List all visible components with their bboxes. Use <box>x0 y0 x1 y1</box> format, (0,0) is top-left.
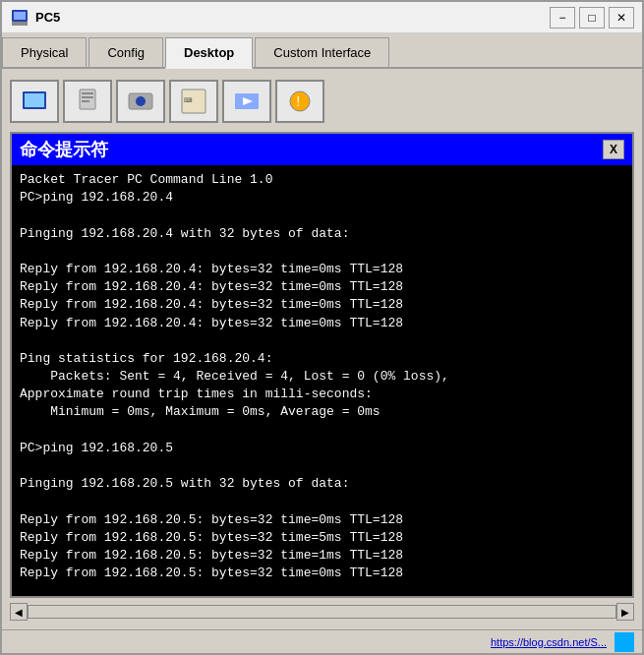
toolbar-icon-3[interactable] <box>116 80 165 123</box>
toolbar-icon-6[interactable]: ! <box>275 80 324 123</box>
terminal-window: 命令提示符 X Packet Tracer PC Command Line 1.… <box>10 132 634 598</box>
toolbar-icon-2[interactable] <box>63 80 112 123</box>
status-url[interactable]: https://blog.csdn.net/S... <box>491 636 607 648</box>
terminal-close-button[interactable]: X <box>603 140 624 159</box>
svg-text:⌨: ⌨ <box>184 93 193 109</box>
app-icon <box>10 8 29 28</box>
terminal-content: Packet Tracer PC Command Line 1.0 PC>pin… <box>20 171 624 596</box>
svg-rect-1 <box>12 22 28 26</box>
toolbar-icon-4[interactable]: ⌨ <box>169 80 218 123</box>
terminal-title-bar: 命令提示符 X <box>12 134 632 165</box>
tab-config[interactable]: Config <box>88 37 163 67</box>
tab-desktop[interactable]: Desktop <box>165 37 253 69</box>
horizontal-scrollbar[interactable] <box>28 605 616 619</box>
toolbar-icon-1[interactable] <box>10 80 59 123</box>
status-icon <box>615 632 634 652</box>
svg-rect-2 <box>14 12 26 20</box>
window-title: PC5 <box>35 10 550 25</box>
status-bar: https://blog.csdn.net/S... <box>2 629 642 653</box>
svg-rect-4 <box>25 93 44 107</box>
scroll-right-button[interactable]: ▶ <box>616 603 634 621</box>
svg-text:!: ! <box>294 94 302 110</box>
svg-rect-6 <box>82 92 93 94</box>
tab-physical[interactable]: Physical <box>2 37 87 67</box>
title-bar: PC5 − □ ✕ <box>2 2 642 33</box>
tab-bar: Physical Config Desktop Custom Interface <box>2 33 642 69</box>
bottom-scrollbar-area: ◀ ▶ <box>10 602 634 622</box>
toolbar-icon-5[interactable] <box>222 80 271 123</box>
main-window: PC5 − □ ✕ Physical Config Desktop Custom… <box>0 0 644 655</box>
window-controls: − □ ✕ <box>550 7 634 29</box>
svg-point-10 <box>136 96 146 106</box>
close-button[interactable]: ✕ <box>609 7 634 29</box>
maximize-button[interactable]: □ <box>579 7 605 29</box>
inner-toolbar: ⌨ ! <box>10 77 634 126</box>
svg-rect-7 <box>82 96 93 98</box>
terminal-title: 命令提示符 <box>20 138 108 161</box>
terminal-body[interactable]: Packet Tracer PC Command Line 1.0 PC>pin… <box>12 165 632 596</box>
content-area: ⌨ ! 命令提示符 X Pack <box>2 69 642 629</box>
scroll-left-button[interactable]: ◀ <box>10 603 28 621</box>
minimize-button[interactable]: − <box>550 7 575 29</box>
tab-custom-interface[interactable]: Custom Interface <box>255 37 389 67</box>
svg-rect-8 <box>82 100 89 102</box>
